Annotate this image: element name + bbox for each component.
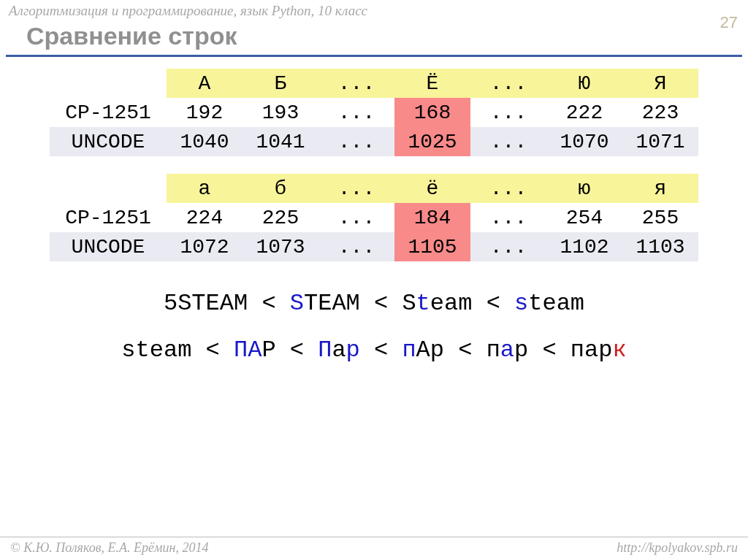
table-cell: 193 xyxy=(243,98,318,127)
table-cell: 1103 xyxy=(622,232,698,261)
example-fragment: t xyxy=(416,290,430,317)
code-table-upper: АБ...Ё...ЮЯCP-1251192193...168...222223U… xyxy=(50,69,698,156)
table-cell: 1102 xyxy=(546,232,622,261)
example-fragment: п xyxy=(402,337,416,364)
table-header-cell: ... xyxy=(318,174,394,203)
example-fragment: Ар < п xyxy=(416,337,500,364)
table-cell: 255 xyxy=(622,203,698,232)
table-cell: 1025 xyxy=(394,127,470,156)
example-fragment: а xyxy=(332,337,346,364)
table-cell: 1073 xyxy=(243,232,318,261)
table-row-label: UNCODE xyxy=(50,232,167,261)
table-row-label: UNCODE xyxy=(50,127,167,156)
table-cell: 225 xyxy=(243,203,318,232)
table-cell: 222 xyxy=(546,98,622,127)
table-cell: 1072 xyxy=(167,232,243,261)
table-cell: 192 xyxy=(167,98,243,127)
table-row-label: CP-1251 xyxy=(50,203,167,232)
table-cell: ... xyxy=(470,127,546,156)
table-header-cell: А xyxy=(167,69,243,98)
table-cell: ... xyxy=(470,232,546,261)
table-header-cell: Я xyxy=(622,69,698,98)
example-fragment: TEAM < S xyxy=(304,290,416,317)
table-cell: 1105 xyxy=(394,232,470,261)
table-cell: ... xyxy=(470,98,546,127)
table-header-cell: ё xyxy=(394,174,470,203)
example-fragment: П xyxy=(318,337,332,364)
example-fragment: 5STEAM < xyxy=(164,290,290,317)
code-table-lower: аб...ё...юяCP-1251224225...184...254255U… xyxy=(50,174,698,261)
table-header-cell: а xyxy=(167,174,243,203)
table-cell: 1040 xyxy=(167,127,243,156)
table-cell: ... xyxy=(318,232,394,261)
example-fragment: Р < xyxy=(262,337,318,364)
slide-title: Сравнение строк xyxy=(0,19,748,55)
content-area: АБ...Ё...ЮЯCP-1251192193...168...222223U… xyxy=(0,57,748,374)
example-fragment: S xyxy=(290,290,304,317)
course-header: Алгоритмизация и программирование, язык … xyxy=(0,0,748,19)
comparison-examples: 5STEAM < STEAM < Steam < steam steam < П… xyxy=(0,280,748,374)
table-header-cell: б xyxy=(243,174,318,203)
table-cell: ... xyxy=(318,98,394,127)
table-cell: ... xyxy=(318,203,394,232)
example-fragment: ПА xyxy=(234,337,262,364)
page-number: 27 xyxy=(720,13,738,32)
example-line-2: steam < ПАР < Пар < пАр < пар < парк xyxy=(0,327,748,374)
example-fragment: р xyxy=(346,337,360,364)
copyright: © К.Ю. Поляков, Е.А. Ерёмин, 2014 xyxy=(10,540,208,556)
table-header-cell: Ю xyxy=(546,69,622,98)
example-fragment: steam < xyxy=(121,337,234,364)
example-fragment: s xyxy=(514,290,528,317)
table-cell: 223 xyxy=(622,98,698,127)
table-header-cell: Б xyxy=(243,69,318,98)
example-fragment: к xyxy=(612,337,626,364)
table-cell: ... xyxy=(318,127,394,156)
table-row-label: CP-1251 xyxy=(50,98,167,127)
table-cell: 1071 xyxy=(622,127,698,156)
table-cell: 184 xyxy=(394,203,470,232)
example-fragment: а xyxy=(500,337,514,364)
table-header-cell: ... xyxy=(470,174,546,203)
example-fragment: < xyxy=(360,337,402,364)
example-line-1: 5STEAM < STEAM < Steam < steam xyxy=(0,280,748,327)
table-header-cell: ... xyxy=(318,69,394,98)
footer-url: http://kpolyakov.spb.ru xyxy=(617,540,738,556)
table-corner xyxy=(50,69,167,98)
example-fragment: eam < xyxy=(430,290,514,317)
table-cell: 168 xyxy=(394,98,470,127)
table-header-cell: Ё xyxy=(394,69,470,98)
table-cell: 1041 xyxy=(243,127,318,156)
table-cell: 224 xyxy=(167,203,243,232)
table-header-cell: ю xyxy=(546,174,622,203)
table-cell: 1070 xyxy=(546,127,622,156)
table-corner xyxy=(50,174,167,203)
table-header-cell: я xyxy=(622,174,698,203)
example-fragment: team xyxy=(528,290,584,317)
table-cell: ... xyxy=(470,203,546,232)
footer: © К.Ю. Поляков, Е.А. Ерёмин, 2014 http:/… xyxy=(0,537,748,560)
table-header-cell: ... xyxy=(470,69,546,98)
example-fragment: р < пар xyxy=(514,337,612,364)
table-cell: 254 xyxy=(546,203,622,232)
